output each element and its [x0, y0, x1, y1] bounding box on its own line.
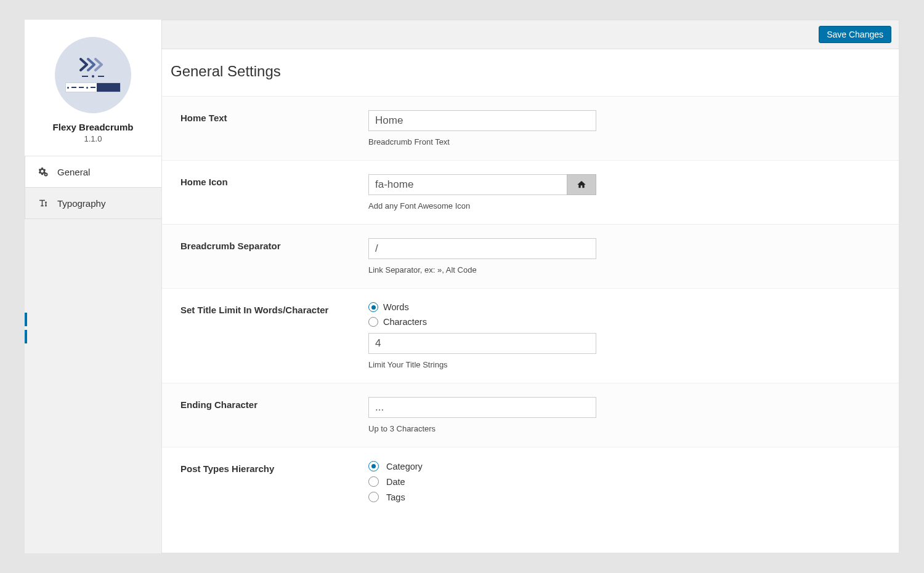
page-title: General Settings: [162, 49, 899, 96]
radio-label: Category: [386, 462, 423, 471]
plugin-logo: [55, 37, 131, 113]
field-description: Up to 3 Characters: [368, 424, 596, 433]
sidebar: Flexy Breadcrumb 1.1.0 General: [25, 20, 161, 553]
field-ending-character: Ending Character Up to 3 Characters: [162, 383, 899, 447]
field-home-icon: Home Icon Add any Font Awesome Icon: [162, 160, 899, 224]
radio-label: Date: [386, 477, 405, 487]
topbar: Save Changes: [161, 20, 899, 49]
radio-option-words[interactable]: Words: [368, 302, 596, 312]
sidebar-item-typography[interactable]: Typography: [25, 188, 161, 219]
radio-indicator: [368, 476, 379, 487]
gears-icon: [38, 166, 49, 177]
radio-option-tags[interactable]: Tags: [368, 492, 596, 502]
field-separator: Breadcrumb Separator Link Separator, ex:…: [162, 224, 899, 288]
hierarchy-radio-group: Category Date Tags: [368, 461, 596, 502]
plugin-title: Flexy Breadcrumb: [34, 122, 152, 132]
radio-option-category[interactable]: Category: [368, 461, 596, 471]
field-label: Set Title Limit In Words/Character: [180, 305, 356, 315]
field-label: Home Text: [180, 113, 356, 123]
sidebar-nav: General Typography: [25, 156, 161, 219]
home-icon: [577, 180, 586, 190]
plugin-version: 1.1.0: [34, 134, 152, 143]
title-limit-input[interactable]: [368, 333, 596, 354]
save-changes-button[interactable]: Save Changes: [819, 26, 891, 43]
field-label: Breadcrumb Separator: [180, 241, 356, 251]
radio-indicator: [368, 492, 379, 502]
sidebar-item-general[interactable]: General: [25, 156, 161, 188]
content: General Settings Home Text Breadcrumb Fr…: [161, 49, 899, 553]
field-label: Home Icon: [180, 177, 356, 187]
radio-option-date[interactable]: Date: [368, 476, 596, 487]
field-label: Ending Character: [180, 399, 356, 410]
radio-indicator: [368, 461, 379, 471]
field-description: Breadcrumb Front Text: [368, 137, 596, 146]
field-post-hierarchy: Post Types Hierarchy Category Date: [162, 447, 899, 522]
radio-label: Tags: [386, 492, 405, 502]
title-limit-radio-group: Words Characters: [368, 302, 596, 327]
selection-marker: [25, 330, 27, 343]
field-label: Post Types Hierarchy: [180, 463, 356, 474]
radio-indicator: [368, 317, 378, 327]
home-text-input[interactable]: [368, 110, 596, 131]
field-home-text: Home Text Breadcrumb Front Text: [162, 96, 899, 160]
sidebar-item-label: General: [57, 167, 90, 177]
separator-input[interactable]: [368, 238, 596, 259]
radio-label: Words: [383, 302, 409, 312]
field-title-limit: Set Title Limit In Words/Character Words…: [162, 288, 899, 383]
sidebar-item-label: Typography: [57, 198, 105, 209]
main: Save Changes General Settings Home Text …: [161, 20, 899, 553]
radio-label: Characters: [383, 317, 427, 327]
field-description: Limit Your Title Strings: [368, 360, 596, 369]
home-icon-input[interactable]: [368, 174, 567, 195]
selection-marker: [25, 313, 27, 326]
ending-char-input[interactable]: [368, 397, 596, 418]
field-description: Add any Font Awesome Icon: [368, 201, 596, 210]
sidebar-header: Flexy Breadcrumb 1.1.0: [25, 20, 161, 156]
radio-indicator: [368, 302, 378, 312]
svg-point-1: [45, 174, 46, 175]
radio-option-characters[interactable]: Characters: [368, 317, 596, 327]
field-description: Link Separator, ex: », Alt Code: [368, 265, 596, 274]
home-icon-preview[interactable]: [567, 174, 596, 195]
typography-icon: [38, 198, 49, 209]
